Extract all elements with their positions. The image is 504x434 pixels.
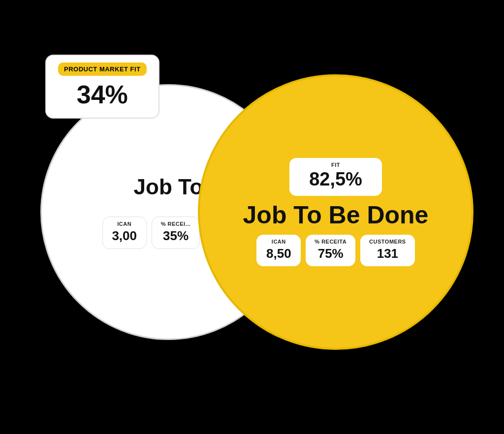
front-ican-value: 8,50: [265, 247, 292, 261]
back-receita-box: % RECEI... 35%: [152, 217, 200, 249]
back-ican-label: ICAN: [112, 221, 137, 227]
front-stats-row: ICAN 8,50 % RECEITA 75% CUSTOMERS 131: [256, 235, 414, 267]
scene: Job To ICAN 3,00 % RECEI... 35% PRODUCT …: [31, 25, 473, 409]
front-receita-value: 75%: [315, 247, 346, 261]
pmf-card: PRODUCT MARKET FIT 34%: [45, 55, 159, 119]
pmf-badge: PRODUCT MARKET FIT: [58, 62, 147, 76]
front-ican-box: ICAN 8,50: [256, 235, 301, 267]
front-receita-box: % RECEITA 75%: [306, 235, 355, 267]
front-receita-label: % RECEITA: [315, 239, 346, 245]
front-customers-box: CUSTOMERS 131: [360, 235, 415, 267]
fit-label: FIT: [309, 162, 362, 168]
fit-value: 82,5%: [309, 169, 362, 190]
back-job-title: Job To: [134, 175, 203, 199]
pmf-value: 34%: [58, 81, 147, 109]
back-ican-value: 3,00: [112, 229, 137, 243]
front-customers-value: 131: [369, 247, 406, 261]
front-customers-label: CUSTOMERS: [369, 239, 406, 245]
fit-box: FIT 82,5%: [289, 158, 382, 196]
front-job-title: Job To Be Done: [243, 202, 429, 229]
front-circle: FIT 82,5% Job To Be Done ICAN 8,50 % REC…: [198, 74, 473, 350]
front-ican-label: ICAN: [265, 239, 292, 245]
back-receita-label: % RECEI...: [161, 221, 191, 227]
back-ican-box: ICAN 3,00: [102, 217, 147, 249]
back-receita-value: 35%: [161, 229, 191, 243]
